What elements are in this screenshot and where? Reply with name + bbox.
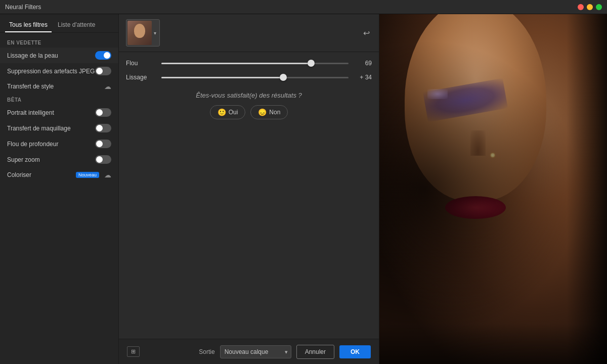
left-panel: Tous les filtres Liste d'attente EN VEDE…: [0, 14, 119, 364]
filter-name-lissage: Lissage de la peau: [7, 52, 95, 59]
slider-value-flou: 69: [354, 60, 372, 67]
section-en-vedette: EN VEDETTE: [0, 37, 118, 48]
close-button[interactable]: [578, 4, 584, 10]
toggle-knob-lissage: [104, 52, 110, 59]
slider-thumb-lissage[interactable]: [280, 74, 287, 81]
filter-item-suppression[interactable]: Suppression des artefacts JPEG: [0, 63, 118, 79]
thumb-face: [127, 21, 152, 45]
toggle-lissage[interactable]: [95, 51, 111, 60]
slider-track-lissage: [161, 77, 349, 78]
sortie-label: Sortie: [199, 348, 214, 355]
main-layout: Tous les filtres Liste d'attente EN VEDE…: [0, 14, 607, 364]
maximize-button[interactable]: [596, 4, 602, 10]
photo-bottom-dark: [379, 324, 607, 364]
section-beta: BÊTA: [0, 94, 118, 105]
app-title: Neural Filters: [5, 4, 41, 11]
non-emoji: 😞: [258, 108, 267, 116]
chevron-down-icon: ▾: [154, 30, 156, 36]
filter-name-coloriser: Coloriser: [7, 171, 76, 178]
filter-name-transfert-style: Transfert de style: [7, 83, 102, 90]
satisfaction-question: Êtes-vous satisfait(e) des résultats ?: [196, 92, 302, 99]
undo-button[interactable]: ↩: [361, 26, 372, 40]
thumbnail-image: [127, 21, 152, 45]
right-photo-panel: [379, 14, 607, 364]
filter-name-profondeur: Flou de profondeur: [7, 141, 95, 148]
tab-liste-attente[interactable]: Liste d'attente: [54, 18, 99, 32]
filter-item-transfert-style[interactable]: Transfert de style ☁: [0, 79, 118, 94]
slider-row-lissage: Lissage + 34: [126, 73, 372, 81]
satisfaction-buttons: 🙂 Oui 😞 Non: [210, 105, 288, 119]
toggle-knob-portrait: [96, 109, 103, 116]
tab-tous-les-filtres[interactable]: Tous les filtres: [5, 18, 52, 32]
toggle-maquillage[interactable]: [95, 124, 111, 132]
slider-thumb-flou[interactable]: [308, 60, 315, 67]
photo-edge-dark: [567, 14, 607, 364]
minimize-button[interactable]: [587, 4, 593, 10]
bottom-bar: ⊞ Sortie Nouveau calque Calque actif Nou…: [119, 339, 379, 364]
oui-button[interactable]: 🙂 Oui: [210, 105, 246, 119]
slider-label-flou: Flou: [126, 60, 156, 67]
slider-container-flou[interactable]: [161, 59, 349, 67]
cloud-icon-transfert-style: ☁: [104, 82, 111, 90]
filter-item-maquillage[interactable]: Transfert de maquillage: [0, 120, 118, 136]
toggle-knob-superzoom: [96, 156, 103, 163]
toggle-superzoom[interactable]: [95, 155, 111, 164]
annuler-button[interactable]: Annuler: [296, 345, 334, 359]
ok-button[interactable]: OK: [339, 345, 371, 358]
toggle-knob-suppression: [96, 68, 103, 74]
slider-track-flou: [161, 63, 349, 64]
output-select[interactable]: Nouveau calque Calque actif Nouveau docu…: [220, 345, 291, 358]
filter-item-superzoom[interactable]: Super zoom: [0, 152, 118, 167]
cloud-icon-coloriser: ☁: [104, 171, 111, 179]
title-bar: Neural Filters: [0, 0, 607, 14]
filter-name-suppression: Suppression des artefacts JPEG: [7, 68, 95, 75]
non-label: Non: [269, 109, 280, 116]
filter-item-lissage[interactable]: Lissage de la peau: [0, 48, 118, 63]
filter-item-coloriser[interactable]: Coloriser Nouveau ☁: [0, 167, 118, 183]
filter-name-superzoom: Super zoom: [7, 156, 95, 163]
filter-content-area: Flou 69 Lissage + 34: [119, 52, 379, 339]
photo-background: [379, 14, 607, 364]
window-controls: [578, 4, 602, 10]
toggle-knob-maquillage: [96, 125, 103, 131]
slider-row-flou: Flou 69: [126, 59, 372, 67]
filter-item-profondeur[interactable]: Flou de profondeur: [0, 136, 118, 152]
center-toolbar: ▾ ↩: [119, 14, 379, 52]
slider-fill-flou: [161, 63, 311, 64]
filter-list: EN VEDETTE Lissage de la peau Suppressio…: [0, 33, 118, 364]
oui-emoji: 🙂: [218, 108, 226, 116]
satisfaction-section: Êtes-vous satisfait(e) des résultats ? 🙂…: [126, 92, 372, 119]
layer-icon-button[interactable]: ⊞: [127, 346, 140, 357]
badge-nouveau: Nouveau: [76, 172, 99, 178]
slider-container-lissage[interactable]: [161, 73, 349, 81]
thumbnail-selector[interactable]: ▾: [126, 19, 160, 47]
slider-label-lissage: Lissage: [126, 74, 156, 81]
toggle-knob-profondeur: [96, 141, 103, 147]
output-select-wrapper: Nouveau calque Calque actif Nouveau docu…: [220, 345, 291, 358]
slider-fill-lissage: [161, 77, 283, 78]
oui-label: Oui: [229, 109, 238, 116]
tab-bar: Tous les filtres Liste d'attente: [0, 14, 118, 33]
toggle-suppression[interactable]: [95, 67, 111, 75]
filter-name-maquillage: Transfert de maquillage: [7, 125, 95, 132]
non-button[interactable]: 😞 Non: [250, 105, 288, 119]
filter-name-portrait: Portrait intelligent: [7, 109, 95, 116]
filter-item-portrait[interactable]: Portrait intelligent: [0, 105, 118, 120]
slider-value-lissage: + 34: [354, 74, 372, 81]
center-panel: ▾ ↩ Flou 69 Lissage: [119, 14, 379, 364]
toggle-profondeur[interactable]: [95, 140, 111, 148]
toggle-portrait[interactable]: [95, 108, 111, 117]
